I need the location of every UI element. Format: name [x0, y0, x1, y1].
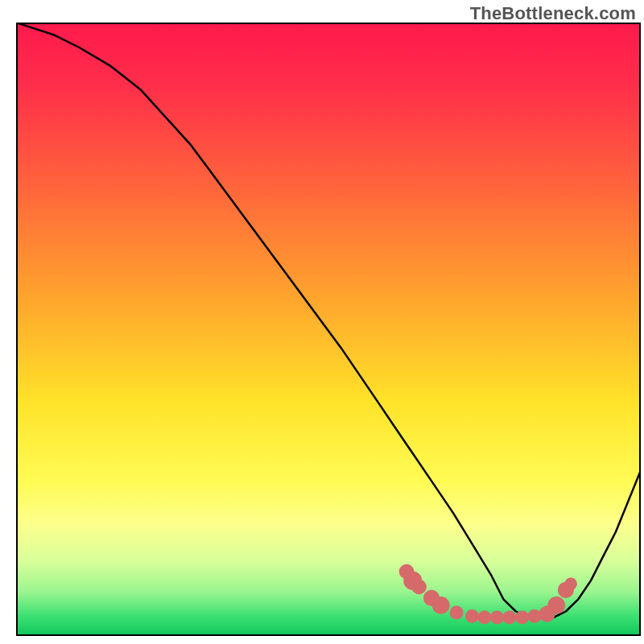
plot-border: [16, 23, 641, 636]
chart-frame: TheBottleneck.com: [0, 0, 644, 644]
watermark-text: TheBottleneck.com: [470, 3, 636, 24]
